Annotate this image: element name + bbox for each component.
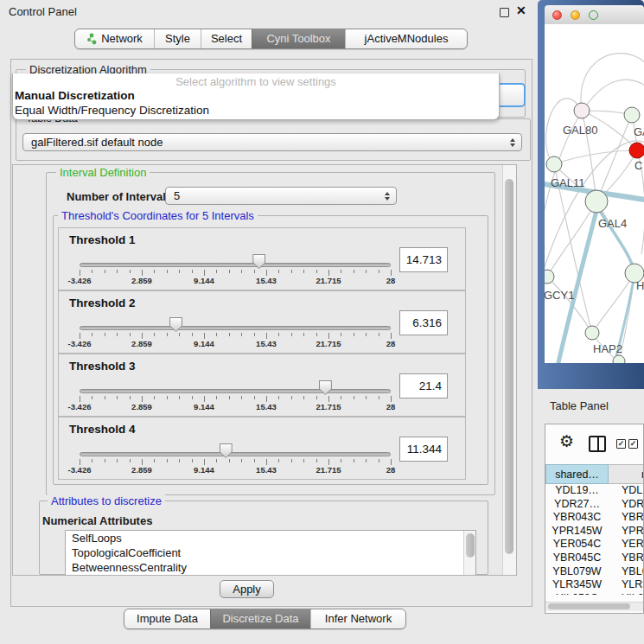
gear-icon[interactable]: ⚙ — [559, 431, 574, 451]
tick — [80, 396, 80, 402]
tick — [328, 333, 329, 339]
apply-button[interactable]: Apply — [220, 580, 274, 598]
threshold-value-field[interactable]: 14.713 — [399, 247, 448, 272]
tick — [291, 459, 292, 462]
tick — [291, 396, 292, 399]
tick — [179, 396, 180, 399]
table-row[interactable]: YPR145WYPR1 — [545, 525, 644, 539]
table-row[interactable]: YBR043CYBR0 — [545, 511, 644, 525]
settings-scrollpane: Interval Definition Number of Intervals … — [12, 164, 517, 576]
tab-select[interactable]: Select — [201, 29, 252, 48]
close-traffic-light-icon[interactable] — [552, 10, 562, 20]
threshold-slider-track[interactable] — [80, 263, 391, 267]
cell-name: YDR2 — [609, 498, 644, 512]
tick — [254, 396, 255, 399]
table-data-value: galFiltered.sif default node — [31, 136, 163, 149]
tick-label: 2.859 — [131, 276, 152, 285]
tick — [379, 459, 379, 462]
threshold-value-field[interactable]: 21.4 — [399, 373, 448, 399]
tab-cyni-toolbox[interactable]: Cyni Toolbox — [252, 29, 345, 48]
table-panel-title: Table Panel — [550, 399, 609, 412]
tick — [291, 270, 292, 273]
tick-label: 21.715 — [316, 402, 341, 411]
attribute-item[interactable]: SelfLoops — [66, 531, 475, 545]
tick-label: 28 — [386, 465, 396, 475]
network-node[interactable] — [545, 270, 554, 284]
column-header-shared-name[interactable]: shared… — [545, 464, 609, 484]
node-label: GCY1 — [545, 289, 574, 302]
table-row[interactable]: YIL052CYIL0 — [545, 592, 644, 595]
float-window-icon[interactable] — [500, 8, 509, 17]
checkbox-icon[interactable]: ✓ — [616, 439, 626, 449]
network-node[interactable] — [574, 103, 590, 118]
settings-scrollbar-thumb[interactable] — [505, 179, 513, 554]
zoom-traffic-light-icon[interactable] — [589, 10, 598, 20]
node-label: HAP2 — [593, 342, 622, 355]
checkbox-icon[interactable]: ✓ — [628, 439, 638, 449]
threshold-slider-track[interactable] — [80, 452, 391, 456]
bottom-tab-impute-data[interactable]: Impute Data — [124, 609, 210, 628]
bottom-tab-infer-network[interactable]: Infer Network — [310, 609, 405, 628]
network-canvas[interactable]: GAL80GAGAL11CGAL4GCY1HHAP2 — [545, 24, 644, 363]
threshold-value-field[interactable]: 11.344 — [399, 437, 448, 462]
table-row[interactable]: YBL079WYBL0 — [545, 565, 644, 579]
bottom-tab-discretize-data[interactable]: Discretize Data — [210, 609, 310, 628]
tick — [179, 333, 180, 336]
split-column-icon[interactable] — [589, 436, 606, 452]
table-hscrollbar-thumb[interactable] — [548, 603, 630, 609]
tick — [192, 270, 193, 273]
table-row[interactable]: YBR045CYBR0 — [545, 552, 644, 565]
table-row[interactable]: YDL19…YDL1 — [545, 484, 644, 498]
network-node[interactable] — [624, 107, 640, 123]
tick — [204, 396, 205, 402]
node-label: GAL4 — [598, 217, 627, 230]
number-of-intervals-combobox[interactable]: 5 — [165, 187, 397, 205]
tick — [154, 396, 155, 399]
tab-style[interactable]: Style — [154, 29, 201, 48]
close-icon[interactable]: ✕ — [516, 3, 526, 17]
table-data-combobox[interactable]: galFiltered.sif default node — [22, 133, 522, 151]
attributes-list-scrollbar[interactable] — [463, 531, 475, 576]
attributes-scrollbar-thumb[interactable] — [466, 533, 475, 558]
tab-jactivemnodules[interactable]: jActiveMNodules — [345, 29, 467, 48]
tab-label: Impute Data — [137, 609, 198, 628]
tick — [192, 333, 193, 336]
tick — [266, 459, 267, 465]
algorithm-option-equal-width[interactable]: Equal Width/Frequency Discretization — [15, 104, 209, 117]
tick — [341, 396, 341, 399]
tick-label: 9.144 — [194, 402, 214, 411]
tab-network[interactable]: Network — [75, 29, 154, 48]
network-edge — [554, 150, 637, 164]
tick-label: 15.43 — [256, 276, 277, 285]
tick — [303, 333, 304, 336]
tick — [229, 270, 230, 273]
network-node[interactable] — [629, 143, 644, 158]
node-label: GAL80 — [563, 124, 597, 137]
network-node[interactable] — [585, 190, 608, 213]
numerical-attributes-list[interactable]: SelfLoopsTopologicalCoefficientBetweenne… — [65, 530, 476, 576]
table-horizontal-scrollbar[interactable] — [545, 602, 643, 611]
attribute-item[interactable]: TopologicalCoefficient — [66, 545, 475, 560]
table-row[interactable]: YLR345WYLR3 — [545, 578, 644, 592]
algorithm-option-manual[interactable]: Manual Discretization — [15, 89, 135, 102]
threshold-slider-track[interactable] — [80, 389, 391, 393]
attribute-item[interactable]: BetweennessCentrality — [66, 560, 475, 575]
threshold-card-3: Threshold 3-3.4262.8599.14415.4321.71528… — [58, 354, 466, 417]
tick — [204, 459, 205, 465]
slider-tick-labels: -3.4262.8599.14415.4321.71528 — [80, 339, 391, 349]
network-node[interactable] — [585, 326, 599, 340]
thresholds-group: Threshold 1-3.4262.8599.14415.4321.71528… — [53, 215, 488, 485]
table-row[interactable]: YDR27…YDR2 — [545, 498, 644, 512]
column-header-name[interactable]: na — [609, 464, 644, 484]
network-node[interactable] — [613, 355, 625, 363]
network-node[interactable] — [546, 156, 562, 172]
table-rows: YDL19…YDL1YDR27…YDR2YBR043CYBR0YPR145WYP… — [545, 484, 644, 595]
tick-label: 15.43 — [256, 339, 277, 348]
threshold-value-field[interactable]: 6.316 — [399, 310, 448, 335]
tick — [316, 459, 317, 462]
table-row[interactable]: YER054CYER0 — [545, 538, 644, 552]
slider-tick-labels: -3.4262.8599.14415.4321.71528 — [80, 276, 391, 286]
minimize-traffic-light-icon[interactable] — [571, 10, 580, 20]
settings-scrollbar[interactable] — [502, 165, 516, 575]
threshold-slider-track[interactable] — [80, 326, 391, 330]
